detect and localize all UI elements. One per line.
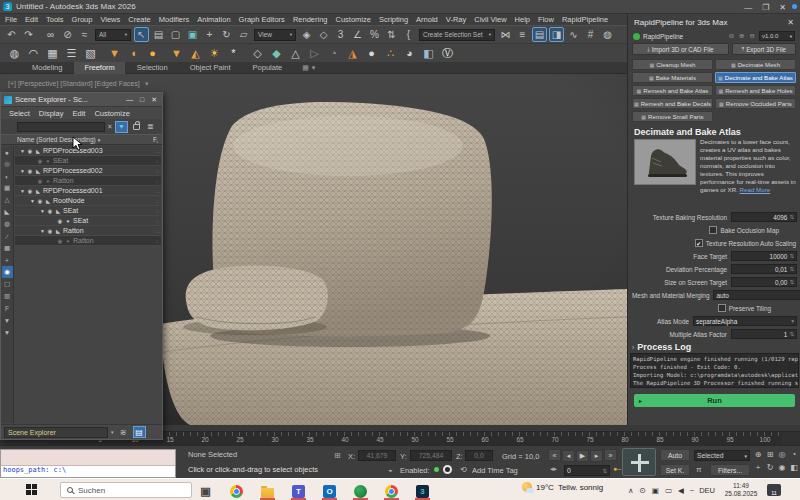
toggle-layer-explorer-icon[interactable]: ◨ bbox=[549, 27, 564, 42]
angle-snap-icon[interactable]: ∠ bbox=[350, 27, 365, 42]
process-log-box[interactable]: RapidPipeline engine finished running (1… bbox=[630, 353, 799, 388]
clear-search-icon[interactable]: ✕ bbox=[107, 123, 113, 131]
tree-item-rpdprocessed002[interactable]: ▼◉◣RPDProcessed002∷ bbox=[15, 166, 161, 176]
tray-pen-icon[interactable]: ~ bbox=[690, 486, 694, 495]
ribbon-config-icon[interactable]: ▦ bbox=[302, 64, 309, 72]
bone-tools-icon[interactable]: ▷ bbox=[306, 45, 323, 61]
layer-stack-icon[interactable]: ≋ bbox=[117, 426, 130, 438]
bake-occlusion-map-checkbox[interactable] bbox=[709, 226, 717, 234]
decimate-mesh-button[interactable]: ▦Decimate Mesh bbox=[715, 59, 796, 70]
minimize-button[interactable]: — bbox=[744, 3, 752, 12]
x-coordinate-field[interactable]: 41,679 bbox=[358, 450, 396, 461]
menu-views[interactable]: Views bbox=[100, 15, 120, 24]
weather-widget[interactable]: 19°CTeilw. sonnig bbox=[522, 482, 603, 492]
menu-v-ray[interactable]: V-Ray bbox=[446, 15, 466, 24]
menu-civil-view[interactable]: Civil View bbox=[474, 15, 506, 24]
display-shapes-icon[interactable]: ◎ bbox=[2, 158, 13, 170]
redo-icon[interactable]: ↷ bbox=[21, 27, 36, 42]
menu-rapidpipeline[interactable]: RapidPipeline bbox=[562, 15, 608, 24]
state-sets-icon[interactable]: ☰ bbox=[63, 45, 80, 61]
display-xrefs-icon[interactable]: ∕ bbox=[2, 230, 13, 242]
free-light-icon[interactable]: ◭ bbox=[187, 45, 204, 61]
tree-item-rpdprocessed003[interactable]: ▼◉◣RPDProcessed003∷ bbox=[15, 146, 161, 156]
menu-tools[interactable]: Tools bbox=[46, 15, 64, 24]
z-coordinate-field[interactable]: 0,0 bbox=[465, 450, 493, 461]
render-teapot-icon[interactable]: ◍ bbox=[6, 45, 23, 61]
se-maximize-button[interactable]: □ bbox=[140, 96, 144, 104]
curve-editor-icon[interactable]: ∿ bbox=[566, 27, 581, 42]
menu-flow[interactable]: Flow bbox=[538, 15, 554, 24]
y-coordinate-field[interactable]: 725,484 bbox=[410, 450, 452, 461]
display-groups-icon[interactable]: ◍ bbox=[2, 218, 13, 230]
toggle-scene-explorer-icon[interactable]: ▤ bbox=[532, 27, 547, 42]
create-selection-set-dropdown[interactable]: Create Selection Set▾ bbox=[419, 29, 495, 41]
remove-small-parts-button[interactable]: ▦Remove Small Parts bbox=[632, 111, 713, 122]
menu-group[interactable]: Group bbox=[72, 15, 93, 24]
orbit-icon[interactable]: ↻ bbox=[764, 461, 776, 474]
menu-help[interactable]: Help bbox=[515, 15, 530, 24]
select-and-link-icon[interactable]: ∞ bbox=[43, 27, 58, 42]
tray-monitor-icon[interactable]: ▭ bbox=[665, 486, 672, 495]
remesh-and-bake-atlas-button[interactable]: ▦Remesh and Bake Atlas bbox=[632, 85, 713, 96]
3dsmax-taskbar-icon[interactable]: 3 bbox=[415, 482, 430, 500]
texture-baking-resolution-field[interactable]: 4096⇅ bbox=[731, 212, 797, 222]
menu-customize[interactable]: Customize bbox=[335, 15, 370, 24]
percent-snap-icon[interactable]: % bbox=[367, 27, 382, 42]
tree-item-ratton[interactable]: ◉●Ratton∷ bbox=[15, 236, 161, 246]
filter-funnel-icon[interactable]: ▼ bbox=[2, 314, 13, 326]
se-close-button[interactable]: ✕ bbox=[151, 96, 157, 104]
language-indicator[interactable]: DEU bbox=[699, 486, 715, 495]
previous-frame-button[interactable]: ◂ bbox=[562, 450, 575, 462]
process-log-header[interactable]: ›Process Log bbox=[632, 342, 691, 352]
select-object-icon[interactable]: ↖ bbox=[134, 27, 149, 42]
taskbar-search-input[interactable]: Suchen bbox=[60, 482, 192, 498]
scene-explorer-titlebar[interactable]: Scene Explorer - Sc... — □ ✕ bbox=[1, 93, 162, 107]
remesh-and-bake-holes-button[interactable]: ▦Remesh and Bake Holes bbox=[715, 85, 796, 96]
multiple-atlas-factor-field[interactable]: 1⇅ bbox=[731, 329, 797, 339]
pan-icon[interactable]: + bbox=[752, 461, 764, 474]
ribbon-tab-object-paint[interactable]: Object Paint bbox=[180, 62, 241, 74]
spinner-snap-icon[interactable]: ⇅ bbox=[384, 27, 399, 42]
menu-modifiers[interactable]: Modifiers bbox=[159, 15, 189, 24]
ribbon-collapse-icon[interactable]: ▾ bbox=[312, 64, 316, 72]
unlink-selection-icon[interactable]: ⊘ bbox=[60, 27, 75, 42]
listener-pane[interactable]: hoops_path: c:\ bbox=[1, 466, 175, 477]
bind-to-space-warp-icon[interactable]: ≈ bbox=[77, 27, 92, 42]
hidden-icons-chevron[interactable]: ∧ bbox=[628, 486, 634, 495]
task-view-icon[interactable]: ▣ bbox=[198, 482, 213, 500]
mirror-icon[interactable]: ⋈ bbox=[498, 27, 513, 42]
key-step-icon[interactable]: ◂▸ bbox=[550, 465, 557, 473]
selection-filter-dropdown[interactable]: All▾ bbox=[95, 29, 131, 41]
camera-sequencer-icon[interactable]: ▧ bbox=[82, 45, 99, 61]
frozen-column-header[interactable]: F, bbox=[153, 136, 158, 143]
snaps-toggle-icon[interactable]: 3 bbox=[333, 27, 348, 42]
display-lights-icon[interactable]: ◐ bbox=[2, 170, 13, 182]
close-button[interactable]: ✕ bbox=[779, 3, 786, 12]
align-icon[interactable]: ≡ bbox=[515, 27, 530, 42]
start-button[interactable] bbox=[26, 484, 37, 495]
select-by-name-icon[interactable]: ▤ bbox=[151, 27, 166, 42]
face-target-field[interactable]: 10000⇅ bbox=[731, 251, 797, 261]
import-3d-button[interactable]: ⤓Import 3D or CAD File bbox=[632, 43, 729, 55]
next-frame-button[interactable]: ▸ bbox=[590, 450, 603, 462]
viewport-filter-icon[interactable]: ▼ bbox=[144, 81, 150, 87]
fire-effect-icon[interactable]: ◮ bbox=[344, 45, 361, 61]
chrome-icon[interactable] bbox=[229, 482, 244, 500]
display-frozen-icon[interactable]: ▢ bbox=[2, 278, 13, 290]
umbrella-light-icon[interactable]: ▼ bbox=[106, 45, 123, 61]
display-hidden-icon[interactable]: ▥ bbox=[2, 290, 13, 302]
zoom-icon[interactable]: ⊕ bbox=[752, 448, 764, 461]
scene-explorer-search-input[interactable] bbox=[17, 122, 105, 132]
green-app-icon[interactable] bbox=[353, 482, 368, 500]
display-containers-icon[interactable]: + bbox=[2, 254, 13, 266]
version-dropdown[interactable]: v1.0.0▾ bbox=[759, 31, 795, 41]
filter-button[interactable]: ▼ bbox=[115, 121, 128, 133]
preserve-tiling-checkbox[interactable] bbox=[718, 304, 726, 312]
set-key-button[interactable]: Set K. bbox=[660, 464, 690, 476]
display-f-icon[interactable]: F bbox=[2, 302, 13, 314]
current-frame-field[interactable]: 0⇅ bbox=[564, 465, 610, 476]
notification-center-icon[interactable]: 11 bbox=[767, 484, 781, 496]
dome-light-icon[interactable]: ◖ bbox=[125, 45, 142, 61]
se-minimize-button[interactable]: — bbox=[126, 96, 133, 104]
play-button[interactable]: ▶ bbox=[576, 450, 589, 462]
